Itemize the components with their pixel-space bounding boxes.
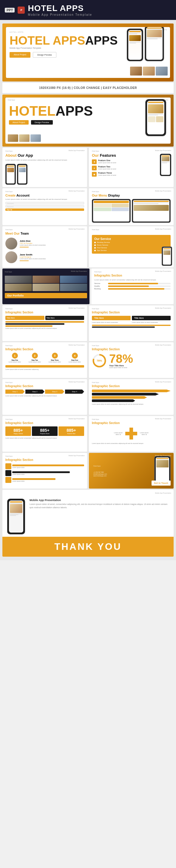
team-tag-right: Mobile App Presentation (69, 228, 85, 230)
stats-boxes: 885+ Happy Clients 885+ Projects Done 88… (5, 426, 84, 436)
team-person-1: John Doe CEO & Founder Lorem ipsum dolor… (5, 238, 84, 249)
infographic2-bar1 (5, 321, 84, 323)
service-card: Our Service Booking Service Room Service… (92, 235, 171, 254)
features-phone (160, 154, 171, 176)
slide-infographic-2: Hotel Apps Mobile App Presentation Infog… (2, 305, 87, 341)
thankyou-tag-row: Mobile App Presentation (2, 490, 174, 496)
thankyou-tag-right: Mobile App Presentation (155, 492, 171, 494)
slide-infographic-cross: Hotel Apps Mobile App Presentation Infog… (89, 416, 174, 452)
infographic3-title: Infographic Section (92, 311, 171, 314)
slide2-thumbs (8, 134, 41, 142)
account-title: Create Account (5, 194, 84, 197)
slide2-about-btn[interactable]: About Project (9, 120, 29, 125)
infographic1-title: Infographic Section (94, 274, 171, 277)
about-text: Lorem ipsum dolor sit amet consectetur a… (5, 159, 84, 161)
slide2-design-btn[interactable]: Design Preview (31, 120, 53, 125)
git-phone-wrapper: +1 234 567 890 info@hotelsapp.com www.ho… (93, 471, 147, 477)
slide1-design-btn[interactable]: Design Preview (33, 52, 56, 58)
account-text: Lorem ipsum dolor sit amet consectetur a… (5, 198, 84, 200)
pct-tag-right: Mobile App Presentation (155, 344, 171, 346)
slide-infographic-3: Hotel Apps Mobile App Presentation Infog… (89, 305, 174, 341)
git-tag-right: Mobile App Presentation (155, 455, 171, 457)
slide2-title: HOTELAPPS (9, 104, 167, 118)
thankyou-app-name: Mobile App Presentation (29, 499, 169, 502)
bars-tag-right: Mobile App Presentation (69, 455, 85, 457)
infographic1-text: Lorem ipsum dolor sit amet consectetur a… (94, 279, 171, 281)
arrows1-title: Infographic Section (5, 384, 84, 388)
infographic2-boxes: Title Here Title Here (5, 316, 84, 320)
pct-title: Infographic Section (92, 348, 171, 351)
pct-content: 78% 78% Your Title Here Lorem ipsum dolo… (92, 353, 171, 368)
infographic2-title: Infographic Section (5, 311, 84, 314)
infographic2-bar3 (5, 325, 52, 327)
slide2-tag-left: Hotel Apps (8, 99, 15, 101)
account-form: Username Password Sign Up (5, 202, 84, 211)
infographic2-bar2 (5, 323, 65, 325)
features-tag-right: Mobile App Presentation (155, 150, 171, 151)
row-portfolio-infographic: Hotel Apps Mobile App Presentation Our P… (2, 269, 174, 304)
infographic3-bar2 (92, 327, 155, 328)
bars-section: Lorem ipsum dolor Lorem ipsum dolor (5, 463, 84, 483)
cross-diagram: Lorem ipsum dolor sit Lorem ipsum dolor … (92, 428, 171, 439)
portfolio-grid (5, 276, 87, 291)
about-tag-right: Mobile App Presentation (69, 150, 85, 151)
features-list: ★ Feature One Lorem ipsum dolor sit amet… (92, 159, 171, 177)
slide-infographic-pct: Hotel Apps Mobile App Presentation Infog… (89, 342, 174, 378)
hero-thumbnails (130, 67, 168, 75)
thankyou-phone (7, 499, 25, 534)
arrows2-tag-right: Mobile App Presentation (155, 381, 171, 383)
about-phones (5, 164, 84, 185)
slide-infographic-stats: Hotel Apps Mobile App Presentation Infog… (2, 416, 87, 452)
menu-tag-right: Mobile App Presentation (155, 190, 171, 192)
slide-infographic-steps: Hotel Apps Mobile App Presentation Infog… (2, 342, 87, 378)
features-title: Our Features (92, 153, 171, 158)
slide2-btns: About Project Design Preview (9, 120, 167, 125)
menu-title: Our Menu Display (92, 194, 171, 197)
arrows1-row: Step 1 Step 2 Step 3 Step 4 (5, 390, 84, 394)
steps-tag-right: Mobile App Presentation (69, 344, 85, 346)
cross-text: Lorem ipsum dolor sit amet consectetur a… (92, 442, 171, 444)
row-account-menu: Hotel Apps Mobile App Presentation Creat… (2, 188, 174, 225)
slide1-about-btn[interactable]: About Project (9, 52, 30, 58)
slide-hero: Hotel Apps Mobile App Presentation HOTEL… (2, 24, 174, 82)
slide-menu-display: Hotel Apps Mobile App Presentation Our M… (89, 188, 174, 225)
ppt-badge: PPT (5, 8, 15, 12)
infographic2-text: Lorem ipsum dolor sit amet consectetur a… (5, 328, 84, 329)
service-tag-right: Mobile App Presentation (155, 228, 171, 230)
team-title: Meet Our Team (5, 231, 84, 235)
slide-infographic-1: Hotel Apps Mobile App Presentation Infog… (91, 269, 174, 304)
slide-team: Hotel Apps Mobile App Presentation Meet … (2, 226, 87, 267)
portfolio-tag-right: Mobile App Presentation (71, 270, 87, 272)
git-button[interactable]: Get in Touch (152, 480, 171, 486)
bars-title: Infographic Section (5, 458, 84, 462)
thankyou-text-area: Mobile App Presentation Lorem ipsum dolo… (29, 499, 169, 509)
row-infographic-arrows: Hotel Apps Mobile App Presentation Infog… (2, 379, 174, 415)
slide2-phone (145, 99, 166, 136)
arrows1-text: Lorem ipsum dolor sit amet consectetur a… (5, 395, 84, 397)
slide-features: Hotel Apps Mobile App Presentation Our F… (89, 148, 174, 187)
slide-infographic-arrows2: Hotel Apps Mobile App Presentation Infog… (89, 379, 174, 415)
slide-about: Hotel Apps Mobile App Presentation About… (2, 148, 87, 187)
slide-portfolio: Hotel Apps Mobile App Presentation Our P… (2, 269, 90, 304)
arrows2-title: Infographic Section (92, 384, 171, 388)
phone-mockup-1 (127, 29, 143, 61)
thankyou-body: Lorem ipsum dolor sit amet, consectetur … (29, 503, 169, 509)
steps-orange-bar (5, 365, 84, 368)
arrows2-text: Lorem ipsum dolor sit amet consectetur a… (92, 403, 171, 405)
thankyou-main: Mobile App Presentation Lorem ipsum dolo… (2, 496, 174, 537)
slide-infographic-arrows1: Hotel Apps Mobile App Presentation Infog… (2, 379, 87, 415)
header-subtitle: Mobile App Presentation Template (28, 13, 92, 17)
infographic3-tag-right: Mobile App Presentation (155, 307, 171, 309)
header: PPT P HOTEL APPS Mobile App Presentation… (0, 0, 176, 20)
slide-hotel-full: Hotel Apps Mobile App Presentation HOTEL… (2, 95, 174, 147)
cross-title: Infographic Section (92, 421, 171, 425)
steps-text: Lorem ipsum dolor sit amet consectetur a… (5, 368, 84, 370)
row-infographic-stats: Hotel Apps Mobile App Presentation Infog… (2, 416, 174, 452)
steps-title: Infographic Section (5, 348, 84, 351)
arrows2-stack (92, 390, 171, 402)
slide-get-in-touch: Hotel Apps Mobile App Presentation +1 23… (89, 453, 174, 489)
slide-infographic-bars: Hotel Apps Mobile App Presentation Infog… (2, 453, 87, 489)
thankyou-banner: THANK YOU (2, 537, 174, 557)
stats-title: Infographic Section (5, 421, 84, 425)
row-bars-getintouch: Hotel Apps Mobile App Presentation Infog… (2, 453, 174, 489)
